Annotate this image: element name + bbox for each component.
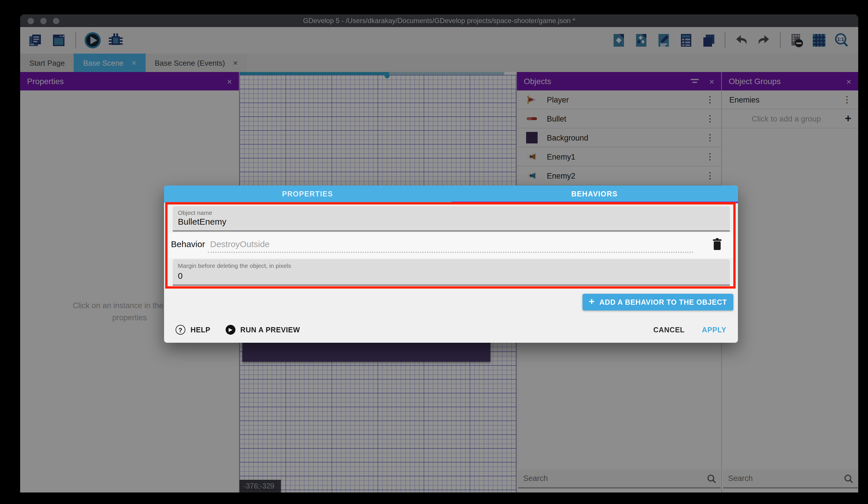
add-behavior-button[interactable]: + ADD A BEHAVIOR TO THE OBJECT bbox=[582, 294, 733, 311]
screenshot-root: GDevelop 5 - /Users/dkarakay/Documents/G… bbox=[0, 0, 868, 504]
plus-icon: + bbox=[589, 296, 595, 308]
behavior-underline bbox=[208, 252, 693, 253]
apply-button[interactable]: APPLY bbox=[702, 326, 726, 334]
dialog-tab-bar: PROPERTIES BEHAVIORS bbox=[164, 185, 738, 203]
dialog-footer: ? HELP ▶ RUN A PREVIEW CANCEL APPLY bbox=[164, 317, 738, 343]
delete-behavior-icon[interactable] bbox=[711, 237, 723, 253]
object-name-label: Object name bbox=[178, 209, 212, 216]
margin-field[interactable]: Margin before deleting the object, in pi… bbox=[173, 259, 730, 286]
screen: GDevelop 5 - /Users/dkarakay/Documents/G… bbox=[0, 0, 868, 504]
object-editor-dialog: PROPERTIES BEHAVIORS Object name BulletE… bbox=[164, 185, 738, 343]
help-button[interactable]: ? HELP bbox=[176, 325, 210, 335]
object-name-field[interactable]: Object name BulletEnemy bbox=[173, 206, 730, 232]
margin-label: Margin before deleting the object, in pi… bbox=[178, 262, 291, 269]
run-preview-button[interactable]: ▶ RUN A PREVIEW bbox=[225, 325, 300, 335]
dialog-tab-behaviors[interactable]: BEHAVIORS bbox=[451, 185, 738, 203]
behavior-row: Behavior DestroyOutside bbox=[169, 233, 733, 258]
cancel-button[interactable]: CANCEL bbox=[653, 326, 685, 334]
active-tab-indicator bbox=[451, 202, 738, 203]
behavior-name-value[interactable]: DestroyOutside bbox=[210, 239, 270, 249]
screen-bottom-margin bbox=[0, 493, 868, 504]
margin-value: 0 bbox=[178, 271, 183, 281]
play-icon: ▶ bbox=[225, 325, 235, 335]
help-icon: ? bbox=[176, 325, 185, 335]
object-name-value: BulletEnemy bbox=[178, 216, 226, 226]
dialog-tab-properties[interactable]: PROPERTIES bbox=[164, 185, 451, 203]
